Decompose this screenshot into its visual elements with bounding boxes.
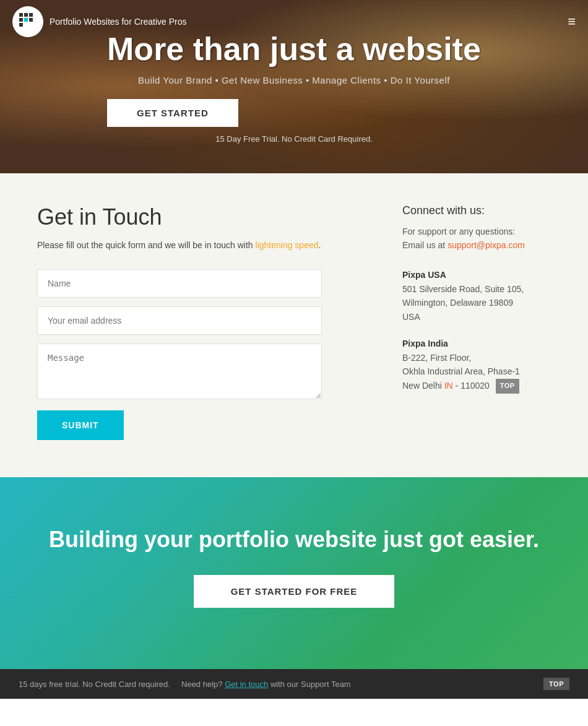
navbar: Portfolio Websites for Creative Pros ≡ <box>0 0 588 43</box>
logo-circle[interactable] <box>12 6 43 37</box>
usa-name: Pixpa USA <box>402 270 551 280</box>
svg-rect-5 <box>29 18 33 22</box>
hero-content: More than just a website Build Your Bran… <box>107 30 481 144</box>
footer-bar: 15 days free trial. No Credit Card requi… <box>0 669 588 699</box>
svg-rect-0 <box>19 13 23 17</box>
hero-section: Portfolio Websites for Creative Pros ≡ M… <box>0 0 588 173</box>
svg-rect-6 <box>19 23 23 27</box>
hamburger-menu[interactable]: ≡ <box>568 15 576 28</box>
svg-rect-4 <box>29 13 33 17</box>
india-address-text: B-222, First Floor, Okhla Industrial Are… <box>402 351 551 394</box>
usa-address: Pixpa USA 501 Silverside Road, Suite 105… <box>402 270 551 324</box>
footer-top-button[interactable]: TOP <box>543 678 569 690</box>
logo-area: Portfolio Websites for Creative Pros <box>12 6 187 37</box>
svg-rect-3 <box>24 18 28 22</box>
submit-button[interactable]: SUBMIT <box>37 410 124 440</box>
hero-cta-button[interactable]: GET STARTED <box>107 99 238 127</box>
contact-heading: Get in Touch <box>37 204 353 230</box>
connect-title: Connect with us: <box>402 204 551 217</box>
contact-description: Please fill out the quick form and we wi… <box>37 239 353 252</box>
name-input[interactable] <box>37 269 322 298</box>
hero-trial-note: 15 Day Free Trial. No Credit Card Requir… <box>107 134 481 144</box>
email-input[interactable] <box>37 306 322 335</box>
cta-bottom-section: Building your portfolio website just got… <box>0 477 588 669</box>
hero-subtitle: Build Your Brand • Get New Business • Ma… <box>107 75 481 85</box>
india-name: Pixpa India <box>402 339 551 348</box>
footer-trial-text: 15 days free trial. No Credit Card requi… <box>19 680 351 689</box>
message-input[interactable] <box>37 344 322 399</box>
india-address: Pixpa India B-222, First Floor, Okhla In… <box>402 339 551 394</box>
usa-address-text: 501 Silverside Road, Suite 105, Wilmingt… <box>402 282 551 324</box>
svg-rect-1 <box>24 13 28 17</box>
pixpa-logo-icon <box>18 12 38 32</box>
footer-get-in-touch-link[interactable]: Get in touch <box>225 680 268 689</box>
top-button-india[interactable]: TOP <box>496 379 519 394</box>
contact-form-area: Get in Touch Please fill out the quick f… <box>37 204 353 440</box>
svg-rect-2 <box>19 18 23 22</box>
connect-support: For support or any questions: Email us a… <box>402 225 551 253</box>
contact-section: Get in Touch Please fill out the quick f… <box>0 173 588 477</box>
contact-info-area: Connect with us: For support or any ques… <box>402 204 551 440</box>
cta-bottom-heading: Building your portfolio website just got… <box>25 527 563 553</box>
support-email-link[interactable]: support@pixpa.com <box>447 240 525 250</box>
cta-free-button[interactable]: GET STARTED FOR FREE <box>194 575 395 608</box>
navbar-tagline: Portfolio Websites for Creative Pros <box>50 17 187 27</box>
